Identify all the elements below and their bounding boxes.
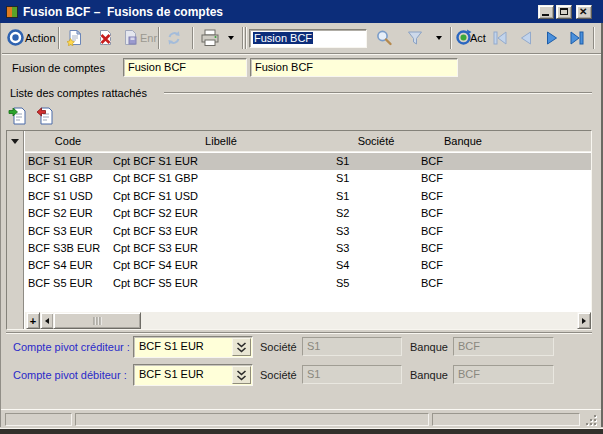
table-row[interactable]: BCF S1 EURCpt BCF S1 EURS1BCF <box>25 153 591 170</box>
table-row[interactable]: BCF S1 USDCpt BCF S1 USDS1BCF <box>25 188 591 205</box>
window-title: Fusion BCF – Fusions de comptes <box>23 5 223 19</box>
minimize-button[interactable] <box>538 5 554 19</box>
cell-code: BCF S1 GBP <box>28 172 93 184</box>
pivot-crediteur-dropdown-button[interactable] <box>232 338 251 356</box>
search-button[interactable] <box>375 29 393 49</box>
status-panel-3 <box>432 413 580 426</box>
window: Fusion BCF – Fusions de comptes ✕ Action <box>0 0 603 434</box>
table-row[interactable]: BCF S2 EURCpt BCF S2 EURS2BCF <box>25 205 591 222</box>
cell-banque: BCF <box>421 190 443 202</box>
column-header-banque[interactable]: Banque <box>444 135 482 147</box>
horizontal-scrollbar[interactable]: + <box>25 312 591 329</box>
save-button[interactable] <box>122 29 139 48</box>
next-record-icon <box>543 30 561 46</box>
magnifier-icon <box>375 29 393 47</box>
add-account-button[interactable] <box>8 106 28 128</box>
fusion-name-field[interactable]: Fusion BCF <box>250 58 458 77</box>
cell-societe: S3 <box>336 225 349 237</box>
filter-button[interactable] <box>406 29 424 49</box>
column-header-societe[interactable]: Société <box>358 135 395 147</box>
table-row[interactable]: BCF S3 EURCpt BCF S3 EURS3BCF <box>25 223 591 240</box>
print-button[interactable] <box>200 29 220 49</box>
cell-banque: BCF <box>421 277 443 289</box>
pivot-debiteur-combo[interactable]: BCF S1 EUR <box>133 364 253 386</box>
act-button-label[interactable]: Act <box>470 32 486 44</box>
cell-code: BCF S5 EUR <box>28 277 93 289</box>
new-button[interactable] <box>66 29 83 48</box>
toolbar: Action Enr <box>0 23 603 53</box>
pivot-debiteur-label: Compte pivot débiteur : <box>13 369 127 381</box>
remove-document-icon <box>35 106 55 126</box>
first-record-button[interactable] <box>491 30 509 48</box>
separator <box>158 27 160 49</box>
table-row[interactable]: BCF S3B EURCpt BCF S3 EURS3BCF <box>25 240 591 257</box>
cell-code: BCF S1 USD <box>28 190 93 202</box>
banque-label-2: Banque <box>410 369 448 381</box>
close-button[interactable]: ✕ <box>576 5 592 19</box>
scrollbar-thumb[interactable] <box>53 312 141 329</box>
double-chevron-down-icon <box>235 341 248 354</box>
cell-libelle: Cpt BCF S1 EUR <box>113 155 198 167</box>
refresh-icon <box>165 29 183 47</box>
scroll-left-icon <box>45 318 49 324</box>
cell-societe: S3 <box>336 242 349 254</box>
title-bar[interactable]: Fusion BCF – Fusions de comptes ✕ <box>0 0 603 23</box>
toolbar-divider <box>2 53 601 55</box>
pivot-debiteur-dropdown-button[interactable] <box>232 366 251 384</box>
pivot-crediteur-combo[interactable]: BCF S1 EUR <box>133 336 253 358</box>
cell-banque: BCF <box>421 259 443 271</box>
print-dropdown-caret[interactable] <box>228 36 234 40</box>
banque-field-2: BCF <box>453 365 554 384</box>
group-title: Liste des comptes rattachés <box>10 87 147 99</box>
table-row[interactable]: BCF S1 GBPCpt BCF S1 GBPS1BCF <box>25 170 591 187</box>
banque-label-1: Banque <box>410 341 448 353</box>
plus-icon: + <box>30 315 36 327</box>
add-document-icon <box>8 106 28 126</box>
row-marker-column <box>7 131 24 329</box>
table-row[interactable]: BCF S4 EURCpt BCF S4 EURS4BCF <box>25 257 591 274</box>
cell-libelle: Cpt BCF S2 EUR <box>113 207 198 219</box>
refresh-button[interactable] <box>165 29 183 49</box>
record-search-value: Fusion BCF <box>253 32 313 44</box>
printer-icon <box>200 29 220 47</box>
table-row[interactable]: BCF S5 EURCpt BCF S5 EURS5BCF <box>25 275 591 292</box>
maximize-button[interactable] <box>556 5 572 19</box>
action-button-label[interactable]: Action <box>25 32 56 44</box>
column-header-libelle[interactable]: Libellé <box>205 135 237 147</box>
accounts-table: Code Libellé Société Banque BCF S1 EURCp… <box>6 130 592 330</box>
action-button[interactable] <box>7 29 24 48</box>
current-row-marker-icon <box>11 139 19 144</box>
separator <box>245 27 247 49</box>
delete-button[interactable] <box>97 29 114 48</box>
fusion-code-field[interactable]: Fusion BCF <box>123 58 247 77</box>
cell-banque: BCF <box>421 172 443 184</box>
last-record-button[interactable] <box>568 30 586 48</box>
app-icon <box>6 6 18 18</box>
cell-libelle: Cpt BCF S4 EUR <box>113 259 198 271</box>
scroll-left-button[interactable] <box>40 312 54 329</box>
scroll-right-button[interactable] <box>577 312 591 329</box>
status-panel-2 <box>75 413 429 426</box>
resize-grip[interactable] <box>585 414 597 426</box>
filter-dropdown-caret[interactable] <box>436 36 442 40</box>
table-header: Code Libellé Société Banque <box>25 131 591 152</box>
banque-field-1: BCF <box>453 337 554 356</box>
record-search-input[interactable]: Fusion BCF <box>249 29 367 48</box>
previous-record-button[interactable] <box>517 30 535 48</box>
previous-record-icon <box>517 30 535 46</box>
next-record-button[interactable] <box>543 30 561 48</box>
scrollbar-grip <box>94 317 101 325</box>
add-row-button[interactable]: + <box>26 312 40 329</box>
remove-account-button[interactable] <box>35 106 55 128</box>
save-button-label[interactable]: Enr <box>140 32 157 44</box>
window-bottom-edge <box>0 428 603 434</box>
separator <box>58 27 60 49</box>
column-header-code[interactable]: Code <box>55 135 81 147</box>
pivot-crediteur-label: Compte pivot créditeur : <box>13 341 130 353</box>
status-bar <box>0 409 603 427</box>
cell-code: BCF S4 EUR <box>28 259 93 271</box>
group-border-top <box>164 92 592 94</box>
table-body: BCF S1 EURCpt BCF S1 EURS1BCFBCF S1 GBPC… <box>25 153 591 311</box>
minimize-icon <box>542 14 549 16</box>
cell-societe: S1 <box>336 172 349 184</box>
